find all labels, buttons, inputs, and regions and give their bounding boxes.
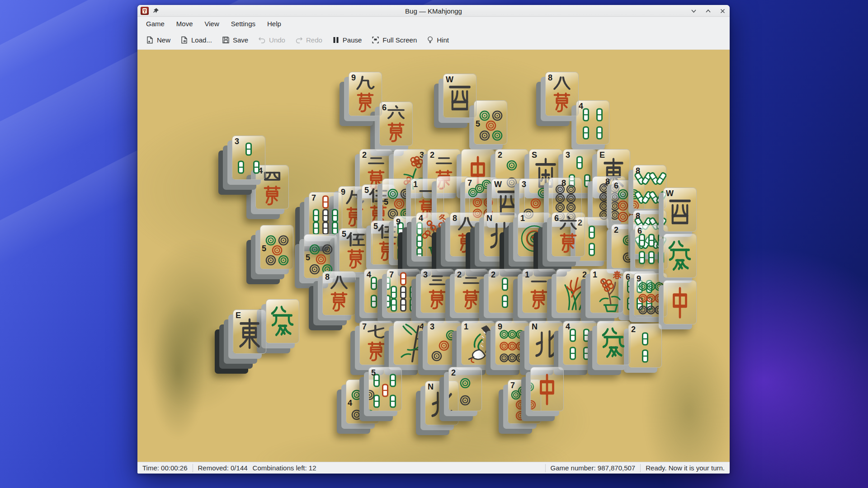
titlebar[interactable]: Bug — KMahjongg xyxy=(137,5,730,17)
status-combinations: Combinations left: 12 xyxy=(253,464,321,472)
tile-c9[interactable]: 9 xyxy=(495,321,528,365)
tile-c5[interactable]: 5 xyxy=(474,100,507,145)
tile-dG[interactable] xyxy=(266,299,299,343)
tile-m8[interactable]: 8 xyxy=(545,72,579,116)
tile-dR[interactable] xyxy=(663,280,697,324)
pin-icon[interactable] xyxy=(152,7,160,14)
tile-b8[interactable]: 8 xyxy=(633,165,666,209)
tile-fSpr[interactable]: 1 xyxy=(590,269,623,313)
new-button[interactable]: New xyxy=(142,33,175,47)
tile-wW[interactable]: W xyxy=(443,74,476,118)
menu-move[interactable]: Move xyxy=(170,18,199,29)
window-title: Bug — KMahjongg xyxy=(192,5,675,17)
tile-c5[interactable]: 5 xyxy=(260,225,293,269)
toolbar-label: Undo xyxy=(269,36,285,44)
close-button[interactable] xyxy=(719,7,726,14)
tile-m9[interactable]: 9 xyxy=(349,72,382,116)
tile-b7[interactable]: 7 xyxy=(309,192,342,236)
tile-m7[interactable]: 7 xyxy=(359,321,393,365)
toolbar-label: New xyxy=(157,36,170,44)
tile-m1[interactable]: 1 xyxy=(522,269,556,313)
undo-button: Undo xyxy=(254,33,289,47)
maximize-button[interactable] xyxy=(704,7,712,14)
status-time: Time: 00:00:26 xyxy=(137,464,193,472)
tile-fBam[interactable]: 4 xyxy=(393,321,427,365)
tile-fPlum[interactable]: 4 xyxy=(416,212,449,257)
tile-wN[interactable]: N xyxy=(484,212,517,257)
painted-grass xyxy=(255,429,571,462)
pause-button[interactable]: Pause xyxy=(328,33,366,47)
undo-icon xyxy=(258,36,266,44)
tile-m6[interactable]: 6 xyxy=(379,102,413,146)
tile-fOrch[interactable]: 2 xyxy=(556,269,590,313)
tile-wN[interactable]: N xyxy=(529,321,562,365)
tile-m6[interactable]: 6 xyxy=(552,212,585,257)
game-board[interactable]: 695W48432322S3E975517W388682286555598E48… xyxy=(137,50,730,462)
fullscreen-icon xyxy=(372,36,379,44)
tile-m8[interactable]: 8 xyxy=(322,271,356,315)
load-button[interactable]: Load... xyxy=(176,33,216,47)
menubar: GameMoveViewSettingsHelp xyxy=(137,17,730,30)
menu-view[interactable]: View xyxy=(199,18,225,29)
tile-wW[interactable]: W xyxy=(663,188,697,232)
tile-m3[interactable]: 3 xyxy=(420,269,454,313)
menu-help[interactable]: Help xyxy=(261,18,287,29)
tile-m5[interactable]: 5 xyxy=(339,228,373,272)
status-ready: Ready. Now it is your turn. xyxy=(641,464,730,472)
fullscreen-button[interactable]: Full Screen xyxy=(368,33,421,47)
toolbar-label: Hint xyxy=(437,36,449,44)
redo-button: Redo xyxy=(291,33,326,47)
status-game-number: Game number: 987,870,507 xyxy=(546,464,641,472)
tile-dG[interactable] xyxy=(597,321,630,365)
tile-c1[interactable]: 1 xyxy=(518,212,551,257)
save-icon xyxy=(222,36,230,44)
new-icon xyxy=(146,36,154,44)
tile-b5[interactable]: 5 xyxy=(368,367,402,411)
toolbar-label: Save xyxy=(233,36,248,44)
save-button[interactable]: Save xyxy=(218,33,252,47)
window-controls xyxy=(690,5,726,17)
tile-m8[interactable]: 8 xyxy=(450,212,483,257)
minimize-button[interactable] xyxy=(690,7,697,14)
toolbar: NewLoad...SaveUndoRedoPauseFull ScreenHi… xyxy=(137,30,730,50)
kmahjongg-window: Bug — KMahjongg GameMoveViewSettingsHelp… xyxy=(137,5,730,474)
tile-b4[interactable]: 4 xyxy=(563,321,596,365)
hint-icon xyxy=(427,36,434,44)
hint-button[interactable]: Hint xyxy=(423,33,453,47)
status-removed: Removed: 0/144 xyxy=(193,464,253,472)
tile-b2[interactable]: 2 xyxy=(628,324,662,368)
tile-b4[interactable]: 4 xyxy=(576,100,609,145)
tile-c2[interactable]: 2 xyxy=(448,367,482,411)
tile-dR[interactable] xyxy=(530,367,564,411)
tile-b2[interactable]: 2 xyxy=(488,269,522,313)
toolbar-label: Load... xyxy=(191,36,212,44)
tile-c9[interactable]: 9 xyxy=(634,273,667,317)
menu-settings[interactable]: Settings xyxy=(225,18,261,29)
pause-icon xyxy=(332,36,340,44)
load-icon xyxy=(180,36,188,44)
toolbar-label: Full Screen xyxy=(382,36,417,44)
toolbar-label: Pause xyxy=(343,36,362,44)
menu-game[interactable]: Game xyxy=(140,18,170,29)
painted-tree xyxy=(151,303,205,438)
statusbar: Time: 00:00:26 Removed: 0/144 Combinatio… xyxy=(137,462,730,474)
tile-b7[interactable]: 7 xyxy=(387,269,420,313)
tile-b3[interactable]: 3 xyxy=(232,136,265,180)
kmahjongg-app-icon xyxy=(141,7,149,15)
desktop: Bug — KMahjongg GameMoveViewSettingsHelp… xyxy=(0,0,868,488)
toolbar-label: Redo xyxy=(306,36,322,44)
tile-dG[interactable] xyxy=(663,234,697,278)
tile-c3[interactable]: 3 xyxy=(427,321,461,365)
tile-m2[interactable]: 2 xyxy=(454,269,488,313)
tile-b1[interactable]: 1 xyxy=(461,321,495,365)
tile-wE[interactable]: E xyxy=(233,310,266,354)
redo-icon xyxy=(295,36,303,44)
